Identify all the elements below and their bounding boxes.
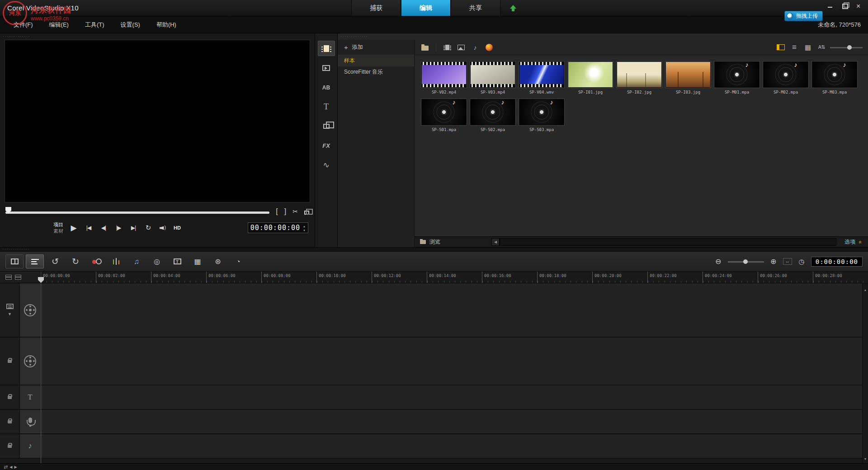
mark-out-icon[interactable] <box>284 207 286 216</box>
mode-project-button[interactable]: 项目 <box>53 221 63 228</box>
timecode-down-icon[interactable] <box>303 228 306 232</box>
storyboard-view-button[interactable] <box>5 254 24 268</box>
timeline-time-display[interactable]: 0:00:00:00 <box>811 257 863 267</box>
video-track-lane[interactable] <box>41 283 868 337</box>
title-button[interactable] <box>318 99 335 114</box>
timeline-vscrollbar[interactable] <box>862 283 868 463</box>
go-end-button[interactable] <box>129 223 138 232</box>
zoom-in-button[interactable] <box>768 254 779 268</box>
media-item[interactable]: SP-V02.mp4 <box>420 61 468 94</box>
media-item[interactable]: SP-M03.mpa <box>811 61 859 94</box>
video-track-header[interactable] <box>20 283 41 337</box>
workspace-timeline-splitter[interactable]: ············· <box>0 247 868 252</box>
browse-button[interactable]: 浏览 <box>415 238 491 246</box>
motion-path-button[interactable] <box>318 157 335 173</box>
media-item[interactable]: SP-S02.mpa <box>469 99 517 132</box>
close-icon[interactable] <box>856 2 863 8</box>
split-clip-icon[interactable] <box>292 208 298 215</box>
minimize-icon[interactable] <box>827 2 834 8</box>
instant-project-button[interactable] <box>318 60 335 75</box>
options-button[interactable]: 选项 <box>838 238 868 246</box>
timeline-ruler-ticks[interactable]: 00:00:00:0000:00:02:0000:00:04:0000:00:0… <box>41 272 868 283</box>
redo-button[interactable] <box>66 254 85 268</box>
media-item[interactable]: SP-I02.jpg <box>615 61 663 94</box>
track-lock-icon[interactable] <box>8 396 12 399</box>
scroll-right-icon[interactable] <box>14 465 17 469</box>
scroll-up-icon[interactable] <box>864 285 867 293</box>
scroll-down-icon[interactable] <box>864 454 867 462</box>
drag-upload-button[interactable]: 拖拽上传 <box>784 11 823 21</box>
fit-project-button[interactable] <box>783 258 792 265</box>
tab-capture[interactable]: 捕获 <box>351 0 401 16</box>
undo-button[interactable] <box>46 254 64 268</box>
track-expand-icon[interactable]: ▼ <box>8 312 12 316</box>
enlarge-preview-icon[interactable] <box>304 211 309 215</box>
repeat-button[interactable] <box>144 223 153 232</box>
overlay-track-lane[interactable] <box>41 338 868 385</box>
preview-timecode[interactable]: 00:00:00:00 <box>248 222 308 233</box>
import-button[interactable] <box>420 42 430 52</box>
sort-button[interactable] <box>816 42 826 52</box>
media-item[interactable]: SP-M01.mpa <box>713 61 761 94</box>
tab-share[interactable]: 共享 <box>451 0 500 16</box>
track-lock-icon[interactable] <box>8 445 12 448</box>
next-frame-button[interactable] <box>114 223 123 232</box>
sound-mixer-button[interactable] <box>107 254 125 268</box>
timecode-up-icon[interactable] <box>303 224 306 228</box>
menu-item-edit[interactable]: 编辑(E) <box>41 16 77 33</box>
view-thumbnails-button[interactable] <box>776 42 786 52</box>
music-track-header[interactable]: ♪ <box>20 434 41 458</box>
category-scorefitter-music[interactable]: ScoreFitter 音乐 <box>338 66 414 78</box>
split-screen-button[interactable] <box>189 254 207 268</box>
show-all-tracks-icon[interactable] <box>5 275 12 280</box>
menu-item-tools[interactable]: 工具(T) <box>77 16 113 33</box>
motion-tracking-button[interactable] <box>148 254 166 268</box>
hd-toggle[interactable]: HD <box>174 225 181 230</box>
auto-music-button[interactable] <box>127 254 146 268</box>
menu-item-help[interactable]: 帮助(H) <box>148 16 184 33</box>
media-item[interactable]: SP-I03.jpg <box>664 61 712 94</box>
overlay-button[interactable] <box>318 118 335 134</box>
track-lock-icon[interactable] <box>8 420 12 423</box>
transition-button[interactable] <box>318 80 335 95</box>
filter-photo-button[interactable] <box>456 42 466 52</box>
restore-icon[interactable] <box>842 2 848 8</box>
track-lock-icon[interactable] <box>8 360 12 363</box>
slider-handle[interactable] <box>847 45 852 50</box>
mark-in-icon[interactable] <box>276 207 278 216</box>
zoom-slider-handle[interactable] <box>743 259 748 264</box>
duration-button[interactable] <box>796 254 807 268</box>
menu-item-file[interactable]: 文件(F) <box>5 16 41 33</box>
media-item[interactable]: SP-I01.jpg <box>566 61 614 94</box>
mode-clip-button[interactable]: 素材 <box>53 228 63 234</box>
play-button[interactable] <box>69 223 78 232</box>
view-list-button[interactable] <box>789 42 799 52</box>
tab-edit[interactable]: 编辑 <box>401 0 451 16</box>
previous-frame-button[interactable] <box>99 223 108 232</box>
ripple-edit-icon[interactable] <box>15 275 21 280</box>
mask-creator-button[interactable] <box>209 254 227 268</box>
view-grid-button[interactable] <box>803 42 813 52</box>
smart-package-button[interactable] <box>484 42 494 52</box>
media-library-button[interactable] <box>318 41 335 56</box>
category-samples[interactable]: 样本 <box>338 55 414 66</box>
preview-scrubber[interactable] <box>5 207 269 216</box>
filter-button[interactable] <box>318 138 335 153</box>
go-start-button[interactable] <box>84 223 93 232</box>
filter-video-button[interactable] <box>442 42 452 52</box>
export-upload-icon[interactable] <box>509 5 517 12</box>
volume-icon[interactable] <box>160 225 167 231</box>
preview-panel-grip[interactable]: ············· <box>0 33 315 40</box>
library-hscrollbar[interactable] <box>500 238 836 246</box>
filter-audio-button[interactable] <box>470 42 480 52</box>
voice-track-header[interactable] <box>20 410 41 433</box>
thumbnail-size-slider[interactable] <box>830 44 863 51</box>
music-track-lane[interactable] <box>41 434 868 458</box>
scroll-left-icon[interactable] <box>9 465 12 469</box>
menu-item-settings[interactable]: 设置(S) <box>113 16 148 33</box>
timeline-view-button[interactable] <box>26 254 44 268</box>
timeline-hscrollbar[interactable] <box>0 463 868 470</box>
media-item[interactable]: SP-M02.mpa <box>762 61 810 94</box>
media-item[interactable]: SP-S03.mpa <box>518 99 566 132</box>
media-item[interactable]: SP-V03.mp4 <box>469 61 517 94</box>
